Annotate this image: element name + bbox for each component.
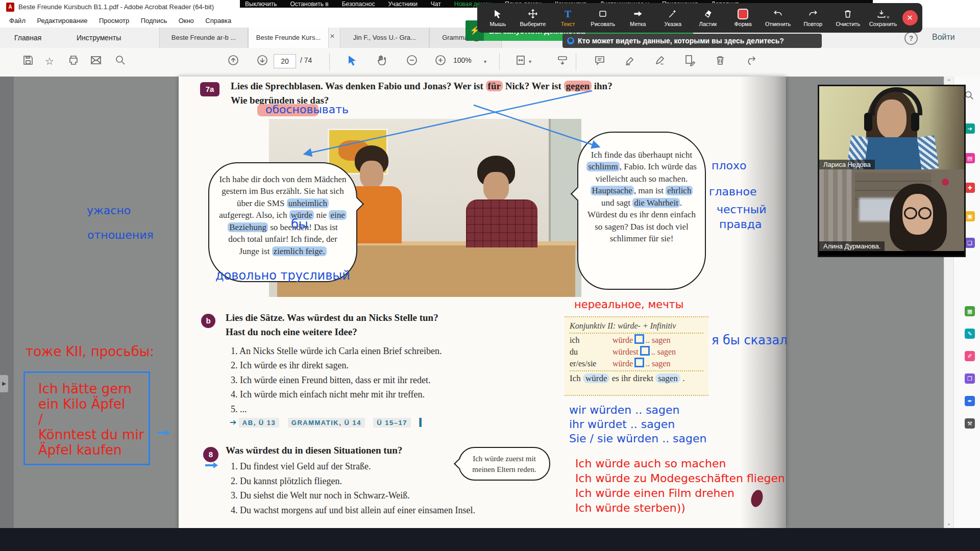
meeting-menu-item[interactable]: Выключить bbox=[245, 0, 277, 8]
tab-close-icon[interactable]: ✕ bbox=[330, 33, 335, 40]
panel-comment-icon[interactable]: ▣ bbox=[965, 211, 975, 221]
nav-pane-strip bbox=[0, 77, 14, 528]
menu-edit[interactable]: Редактирование bbox=[37, 14, 87, 28]
example-line: Ich würde auch so machen bbox=[575, 456, 785, 471]
tool-clear[interactable]: Очистить bbox=[832, 9, 864, 27]
fill-sign-pen-icon[interactable] bbox=[654, 54, 667, 69]
panel-redact-icon[interactable]: ✐ bbox=[965, 351, 975, 361]
tool-select[interactable]: Выберите bbox=[517, 9, 549, 27]
workbook-refs: ➔ AB, Ü 13 GRAMMATIK, Ü 14 Ü 15–17 ▍ bbox=[230, 417, 425, 428]
bubble-text: Ich würde zuerst mit meinen Eltern reden… bbox=[472, 455, 536, 473]
grammar-box: Konjunktiv II: würde- + Infinitiv ichwür… bbox=[565, 316, 708, 396]
meeting-menu-item[interactable]: Чат bbox=[431, 0, 441, 8]
exercise-b-title-line2: Hast du noch eine weitere Idee? bbox=[226, 327, 357, 338]
box-line: Ich hätte gern bbox=[38, 381, 149, 396]
panel-compress-icon[interactable]: ✎ bbox=[965, 329, 975, 339]
refs-end-bar: ▍ bbox=[419, 418, 425, 427]
zoom-out-icon[interactable] bbox=[406, 54, 419, 69]
tool-text[interactable]: T Текст bbox=[552, 9, 584, 27]
video-tile-2[interactable]: Алина Дурманова. bbox=[819, 169, 964, 251]
star-icon[interactable]: ☆ bbox=[45, 55, 58, 70]
meeting-menu-item[interactable]: Участники bbox=[388, 0, 418, 8]
example-line: Ich würde zu Modegeschäften fliegen bbox=[575, 471, 785, 486]
exercise-7a-badge: 7a bbox=[200, 82, 219, 96]
fit-caret-icon[interactable]: ▾ bbox=[529, 59, 531, 64]
tool-stamp-arrow[interactable]: Метка bbox=[622, 9, 654, 27]
meeting-menu-item[interactable]: Безопаснос bbox=[342, 0, 375, 8]
video-tile-1[interactable]: Лариса Недова bbox=[819, 86, 964, 169]
scroll-up-icon[interactable]: ⌃ bbox=[944, 79, 953, 84]
search-icon[interactable] bbox=[114, 54, 128, 69]
save-icon[interactable] bbox=[22, 54, 35, 69]
meeting-menu-item[interactable]: Остановить в bbox=[290, 0, 328, 8]
select-cursor-icon[interactable] bbox=[346, 54, 359, 69]
close-annotation-toolbar-button[interactable]: ✕ bbox=[902, 10, 918, 26]
menu-view[interactable]: Просмотр bbox=[99, 14, 129, 28]
tool-shape[interactable]: Форма bbox=[727, 9, 759, 27]
highlight: unheimlich bbox=[287, 198, 329, 208]
panel-more-tools-icon[interactable]: ⚒ bbox=[965, 418, 975, 429]
tool-draw[interactable]: Рисовать bbox=[587, 9, 619, 27]
highlight: Hauptsache bbox=[591, 186, 634, 195]
menu-file[interactable]: Файл bbox=[9, 14, 26, 28]
highlighter-icon[interactable] bbox=[624, 54, 637, 69]
email-icon[interactable] bbox=[90, 54, 103, 69]
doc-tab-1[interactable]: Beste Freunde ar-b ... bbox=[159, 28, 248, 48]
hand-tool-icon[interactable] bbox=[376, 54, 389, 69]
panel-edit-pdf-icon[interactable]: ▤ bbox=[965, 153, 975, 163]
panel-combine-icon[interactable]: ❏ bbox=[965, 238, 975, 248]
grammar-heading: Konjunktiv II: würde- + Infinitiv bbox=[570, 320, 703, 334]
tool-undo[interactable]: Отменить bbox=[762, 9, 794, 27]
panel-export-pdf-icon[interactable]: ➔ bbox=[965, 123, 975, 134]
edit-page-icon[interactable] bbox=[684, 54, 697, 69]
tool-redo[interactable]: Повтор bbox=[797, 9, 829, 27]
tab-tools[interactable]: Инструменты bbox=[77, 28, 121, 48]
tool-spotlight[interactable]: Указка bbox=[657, 9, 689, 27]
pronoun: ich bbox=[570, 336, 612, 345]
help-icon[interactable]: ? bbox=[904, 32, 918, 45]
tool-mouse[interactable]: Мышь bbox=[482, 9, 513, 27]
highlight: schlimm bbox=[586, 162, 620, 171]
page-number-input[interactable]: 20 bbox=[274, 54, 296, 68]
panel-organize-icon[interactable]: ▦ bbox=[965, 306, 975, 316]
doc-tab-3[interactable]: Jin F., Voss U.- Gra... bbox=[340, 28, 429, 48]
tool-save[interactable]: ˅ Сохранить bbox=[867, 9, 899, 27]
panel-create-pdf-icon[interactable]: ✚ bbox=[965, 183, 975, 193]
acrobat-toolbar bbox=[0, 48, 980, 77]
redo-icon[interactable] bbox=[744, 54, 757, 69]
exercise-b-list: 1. An Nicks Stelle würde ich Carla einen… bbox=[231, 344, 442, 416]
sign-in-button[interactable]: Войти bbox=[932, 33, 955, 42]
doc-tab-active[interactable]: Beste Freunde Kurs... bbox=[248, 28, 329, 48]
acrobat-app-icon: A bbox=[6, 3, 14, 12]
print-icon[interactable] bbox=[67, 54, 81, 69]
panel-sign-icon[interactable]: ✒ bbox=[965, 396, 975, 406]
page-total: / 74 bbox=[300, 56, 312, 64]
menu-help[interactable]: Справка bbox=[205, 14, 231, 28]
zoom-level-value[interactable]: 100% bbox=[453, 56, 472, 64]
nav-pane-expand-button[interactable]: ▶ bbox=[0, 375, 8, 392]
tool-eraser[interactable]: Ластик bbox=[692, 9, 724, 27]
exercise-8-bubble: Ich würde zuerst mit meinen Eltern reden… bbox=[458, 447, 550, 481]
menu-window[interactable]: Окно bbox=[179, 14, 194, 28]
example-line: Ich würde sterben)) bbox=[575, 500, 785, 515]
exercise-b-title: Lies die Sätze. Was würdest du an Nicks … bbox=[226, 312, 438, 323]
trash-icon[interactable] bbox=[714, 54, 727, 69]
zoom-caret-icon[interactable]: ▾ bbox=[484, 59, 486, 64]
panel-protect-icon[interactable]: ❐ bbox=[965, 373, 975, 384]
refs-arrow-icon: ➔ bbox=[230, 418, 236, 427]
zoom-video-panel[interactable]: Лариса Недова Алина Дурманова. bbox=[818, 85, 966, 257]
collapse-toolbar-icon[interactable] bbox=[556, 54, 570, 69]
privacy-person-icon bbox=[567, 37, 574, 44]
headphones-icon bbox=[870, 87, 922, 115]
page-up-icon[interactable] bbox=[227, 54, 240, 69]
comment-icon[interactable] bbox=[594, 54, 607, 69]
ref-ue: Ü 15–17 bbox=[373, 418, 411, 428]
scroll-down-icon[interactable]: ⌄ bbox=[944, 520, 953, 526]
menu-sign[interactable]: Подпись bbox=[141, 14, 167, 28]
page-down-icon[interactable] bbox=[256, 54, 270, 69]
boy-right-shirt bbox=[466, 199, 537, 247]
grammar-row: duwürdest.. sagen bbox=[570, 345, 703, 357]
tab-home[interactable]: Главная bbox=[14, 28, 41, 48]
zoom-in-icon[interactable] bbox=[434, 54, 448, 69]
fit-width-icon[interactable] bbox=[514, 54, 528, 69]
